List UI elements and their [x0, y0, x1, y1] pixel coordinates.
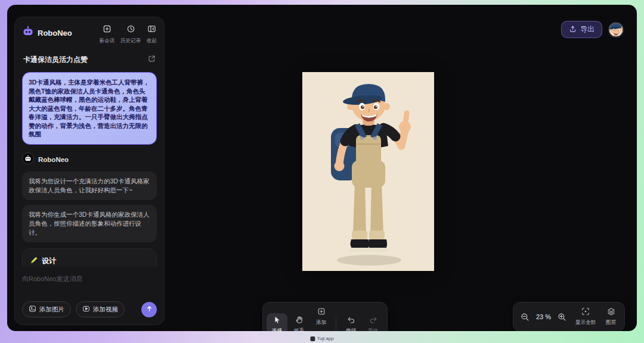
- add-video-label: 添加视频: [93, 305, 118, 314]
- clock-icon: [126, 24, 135, 36]
- export-label: 导出: [580, 24, 595, 35]
- app-window: RoboNeo 新会话 历史记录: [7, 5, 637, 331]
- collapse-panel-icon: [147, 24, 156, 36]
- chat-thread: 3D卡通风格，主体是穿着米色工人背带裤，黑色T恤的家政保洁人员卡通角色，角色头戴…: [22, 72, 157, 267]
- select-tool-label: 选择: [272, 328, 282, 331]
- history-label: 历史记录: [120, 38, 141, 45]
- zoom-in-button[interactable]: [556, 311, 568, 323]
- hand-tool[interactable]: 抓手: [289, 313, 309, 331]
- zoom-out-button[interactable]: [519, 311, 531, 323]
- undo-button[interactable]: 撤销: [340, 313, 361, 331]
- zoom-percent-value: 23: [536, 313, 543, 320]
- zoom-level: 23 %: [536, 313, 551, 320]
- sidebar: RoboNeo 新会话 历史记录: [14, 17, 165, 325]
- assistant-avatar: [22, 152, 34, 167]
- history-button[interactable]: 历史记录: [120, 24, 141, 45]
- assistant-name: RoboNeo: [38, 156, 69, 163]
- layers-label: 图层: [606, 319, 616, 326]
- send-button[interactable]: [141, 302, 157, 317]
- roboneo-logo-icon: [22, 26, 34, 40]
- sidebar-header: RoboNeo 新会话 历史记录: [22, 24, 157, 45]
- generated-image[interactable]: [302, 72, 434, 271]
- assistant-message-bubble: 我将为您设计一个充满活力的3D卡通风格家政保洁人员角色，让我好好构思一下~: [22, 172, 157, 200]
- add-video-button[interactable]: 添加视频: [76, 301, 125, 317]
- add-image-label: 添加图片: [39, 305, 64, 314]
- session-title: 卡通保洁员活力点赞: [23, 55, 88, 65]
- video-icon: [82, 305, 90, 314]
- hand-icon: [295, 316, 304, 326]
- add-image-button[interactable]: 添加图片: [22, 301, 71, 317]
- sidebar-actions: 新会话 历史记录 收起: [100, 24, 157, 45]
- user-avatar[interactable]: [608, 22, 624, 38]
- export-button[interactable]: 导出: [561, 21, 602, 38]
- watermark-icon: [310, 336, 315, 341]
- new-chat-label: 新会话: [100, 38, 115, 45]
- add-tool-label: 添加: [316, 319, 326, 326]
- undo-icon: [347, 316, 355, 326]
- image-icon: [29, 305, 36, 314]
- collapse-label: 收起: [147, 38, 157, 45]
- assistant-message-bubble: 我将为你生成一个3D卡通风格的家政保洁人员角色，按照你描述的形象和动作进行设计。: [22, 205, 157, 242]
- collapse-sidebar-button[interactable]: 收起: [147, 24, 157, 45]
- new-chat-icon: [103, 24, 112, 36]
- fit-view-button[interactable]: 显示全部: [573, 305, 598, 329]
- redo-label: 重做: [368, 328, 378, 331]
- zoom-toolbar: 23 % 显示全部 图层: [513, 302, 625, 331]
- design-result-card: 设计 反馈: [22, 248, 157, 267]
- fit-view-label: 显示全部: [575, 319, 596, 326]
- select-tool[interactable]: 选择: [267, 313, 287, 331]
- layers-button[interactable]: 图层: [603, 305, 618, 329]
- zoom-percent-sign: %: [545, 313, 551, 320]
- design-section-title: 设计: [42, 256, 56, 266]
- watermark-label: Tuji.app: [317, 336, 333, 341]
- hand-tool-label: 抓手: [294, 328, 304, 331]
- design-pencil-icon: [30, 256, 38, 267]
- brand-name: RoboNeo: [38, 29, 72, 38]
- cursor-icon: [273, 316, 281, 326]
- redo-button[interactable]: 重做: [363, 313, 383, 331]
- redo-icon: [369, 316, 377, 326]
- new-chat-button[interactable]: 新会话: [100, 24, 115, 45]
- brand: RoboNeo: [22, 26, 72, 40]
- user-message-bubble: 3D卡通风格，主体是穿着米色工人背带裤，黑色T恤的家政保洁人员卡通角色，角色头戴…: [22, 72, 157, 145]
- toolbar-divider: [336, 317, 336, 331]
- tools-toolbar: 选择 抓手 添加 撤销: [262, 302, 388, 331]
- message-input[interactable]: [22, 275, 157, 282]
- share-session-icon[interactable]: [148, 54, 156, 65]
- watermark-badge[interactable]: Tuji.app: [310, 336, 333, 341]
- add-square-icon: [317, 307, 326, 318]
- export-icon: [569, 25, 577, 35]
- undo-label: 撤销: [346, 328, 356, 331]
- layers-icon: [607, 307, 615, 318]
- add-tool[interactable]: 添加: [311, 305, 332, 331]
- arrow-up-icon: [145, 305, 153, 314]
- fit-view-icon: [581, 307, 590, 318]
- composer: 添加图片 添加视频: [22, 273, 157, 317]
